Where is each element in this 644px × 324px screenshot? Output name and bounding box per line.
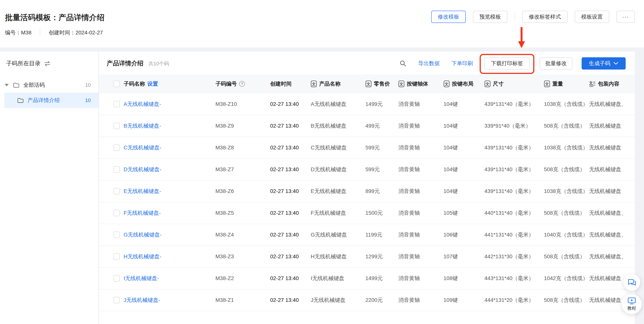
directory-tree: 全部活码 10 产品详情介绍 10 (0, 77, 98, 108)
row-checkbox[interactable] (113, 275, 120, 282)
table-title: 产品详情介绍 (107, 59, 144, 68)
created-time-value: 2024-02-27 (76, 30, 103, 36)
row-checkbox[interactable] (113, 166, 120, 173)
tree-caret-icon[interactable] (4, 84, 9, 86)
subcode-name-link[interactable]: A无线机械键盘- (124, 101, 161, 107)
header-actions: 修改模板 预览模板 修改标签样式 模板设置 ··· (431, 11, 635, 23)
swap-sort-icon[interactable] (44, 61, 50, 66)
table-row: B无线机械键盘- M38-Z9 02-27 13:40 B无线机械键盘 499元… (99, 115, 635, 137)
edit-label-style-button[interactable]: 修改标签样式 (522, 11, 568, 23)
key-layout-cell: 107键 (444, 246, 484, 267)
feedback-chat-button[interactable] (623, 274, 640, 291)
subcode-id-cell: M38-Z1 (216, 289, 270, 311)
package-contents-cell: 无线机械键盘、 (589, 93, 635, 115)
svg-text:文: 文 (486, 82, 490, 86)
search-button[interactable] (400, 60, 406, 67)
subcode-name-link[interactable]: I无线机械键盘- (124, 275, 159, 281)
subcode-name-link[interactable]: H无线机械键盘- (124, 254, 162, 259)
subcode-name-link[interactable]: B无线机械键盘- (124, 123, 161, 129)
code-count-label: 共10个码 (148, 60, 169, 67)
weight-cell: 508克（含线缆） (544, 289, 589, 311)
name-settings-link[interactable]: 设置 (147, 80, 158, 88)
toolbar-actions: 导出数据 下单印刷 下载打印标签 批量修改 生成子码 (400, 57, 626, 70)
col-header-pack: 包装内容 (598, 80, 619, 88)
created-time-label: 创建时间： (48, 29, 76, 36)
sidebar: 子码所在目录 全部活码 10 (0, 52, 99, 324)
col-header-switch: 按键轴体 (407, 80, 428, 88)
table-title-block: 产品详情介绍 共10个码 (107, 59, 169, 68)
weight-cell: 508克（含线缆） (544, 246, 589, 267)
retail-price-cell: 599元 (366, 159, 398, 180)
row-checkbox[interactable] (113, 145, 120, 151)
download-print-label-button[interactable]: 下载打印标签 (484, 57, 530, 70)
subcode-id-cell: M38-Z9 (216, 115, 270, 137)
annotation-arrow-icon (517, 26, 526, 49)
col-header-price: 零售价 (374, 80, 390, 88)
template-settings-button[interactable]: 模板设置 (575, 11, 609, 23)
generate-subcode-button[interactable]: 生成子码 (582, 57, 626, 70)
row-checkbox[interactable] (113, 188, 120, 194)
row-checkbox[interactable] (113, 232, 120, 238)
subcode-name-link[interactable]: F无线机械键盘- (124, 210, 161, 216)
package-contents-cell: 无线机械键盘 (589, 180, 635, 202)
sidebar-item-all-codes[interactable]: 全部活码 10 (0, 77, 98, 93)
template-meta: 编号：M38 创建时间：2024-02-27 (5, 29, 103, 36)
key-layout-cell: 106键 (444, 224, 484, 246)
subcode-name-link[interactable]: E无线机械键盘- (124, 188, 161, 194)
page: 批量活码模板：产品详情介绍 编号：M38 创建时间：2024-02-27 修改模… (0, 0, 644, 324)
created-time-cell: 02-27 13:40 (270, 289, 311, 311)
template-code-value: M38 (21, 30, 32, 36)
product-name-cell: D无线机械键盘 (311, 159, 366, 180)
retail-price-cell: 1199元 (366, 224, 398, 246)
product-name-cell: E无线机械键盘 (311, 180, 366, 202)
switch-type-cell: 消音黄轴 (398, 93, 444, 115)
subcode-name-link[interactable]: G无线机械键盘- (124, 232, 162, 238)
row-checkbox[interactable] (113, 123, 120, 129)
more-actions-button[interactable]: ··· (616, 11, 635, 23)
product-name-cell: H无线机械键盘 (311, 246, 366, 267)
batch-edit-button[interactable]: 批量修改 (540, 57, 572, 70)
created-time-cell: 02-27 13:40 (270, 180, 311, 202)
row-checkbox[interactable] (113, 297, 120, 303)
folder-icon (13, 82, 20, 88)
meta-divider (40, 29, 40, 36)
body-area: 子码所在目录 全部活码 10 (0, 52, 644, 324)
key-layout-cell: 104键 (444, 159, 484, 180)
created-time-cell: 02-27 13:40 (270, 93, 311, 115)
select-all-checkbox[interactable] (113, 81, 120, 87)
key-layout-cell: 104键 (444, 93, 484, 115)
dimensions-cell: 439*131*40（毫米） (484, 137, 544, 159)
retail-price-cell: 1499元 (366, 267, 398, 289)
col-header-subcode-name: 子码名称 (124, 80, 145, 88)
sidebar-item-count: 10 (85, 97, 91, 103)
subcode-name-link[interactable]: D无线机械键盘- (124, 166, 162, 172)
folder-icon (17, 97, 24, 103)
order-print-link[interactable]: 下单印刷 (452, 60, 473, 67)
switch-type-cell: 消音黄轴 (398, 289, 444, 311)
created-time-cell: 02-27 13:40 (270, 246, 311, 267)
preview-template-button[interactable]: 预览模板 (473, 11, 508, 23)
dimensions-cell: 442*131*30（毫米） (484, 246, 544, 267)
svg-text:文: 文 (366, 82, 370, 86)
dimensions-cell: 444*131*20（毫米） (484, 289, 544, 311)
row-checkbox[interactable] (113, 253, 120, 260)
export-data-link[interactable]: 导出数据 (418, 60, 440, 67)
weight-cell: 508克（含线缆） (544, 115, 589, 137)
subcode-name-link[interactable]: C无线机械键盘- (124, 145, 162, 151)
help-icon[interactable]: ? (239, 81, 245, 87)
subcode-name-link[interactable]: J无线机械键盘- (124, 297, 160, 303)
svg-text:文: 文 (444, 82, 448, 86)
tutorial-button[interactable]: 教程 (622, 294, 642, 314)
created-time-cell: 02-27 13:40 (270, 224, 311, 246)
edit-template-button[interactable]: 修改模板 (431, 11, 466, 23)
key-layout-cell: 104键 (444, 180, 484, 202)
weight-cell: 1040克（含线缆） (544, 224, 589, 246)
row-checkbox[interactable] (113, 210, 120, 216)
retail-price-cell: 1499元 (366, 93, 398, 115)
product-name-cell: J无线机械键盘 (311, 289, 366, 311)
sidebar-item-product-detail[interactable]: 产品详情介绍 10 (4, 93, 98, 108)
product-name-cell: G无线机械键盘 (311, 224, 366, 246)
row-checkbox[interactable] (113, 101, 120, 107)
svg-text:文: 文 (312, 82, 316, 86)
product-name-cell: B无线机械键盘 (311, 115, 366, 137)
